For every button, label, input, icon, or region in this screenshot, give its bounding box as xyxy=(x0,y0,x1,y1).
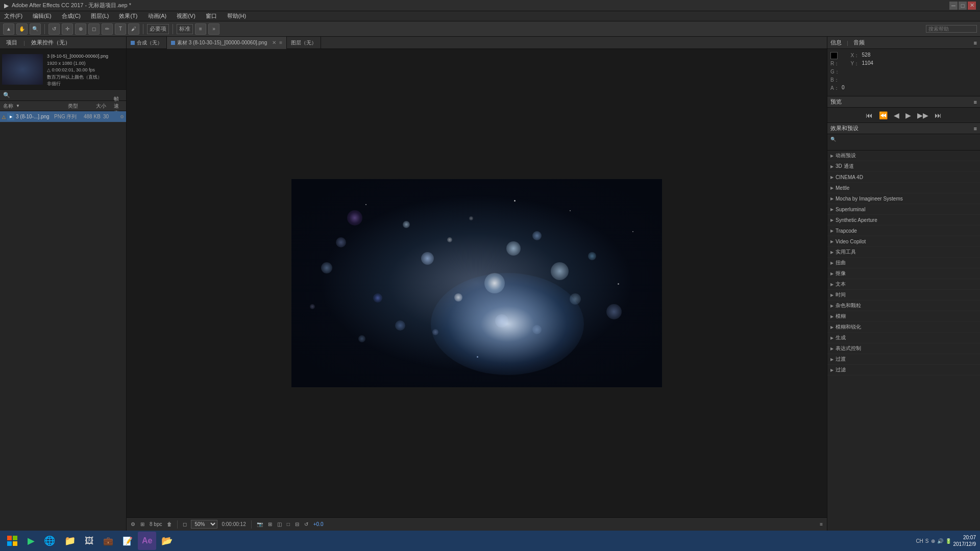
menu-edit[interactable]: 编辑(E) xyxy=(31,12,54,20)
audio-tab[interactable]: 音频 xyxy=(853,39,865,46)
tab-menu[interactable]: ≡ xyxy=(279,40,282,45)
start-button[interactable] xyxy=(2,532,22,550)
vc-snap[interactable]: ⊞ xyxy=(267,521,273,527)
effects-search-input[interactable] xyxy=(830,142,977,148)
info-tab[interactable]: 信息 xyxy=(830,39,842,46)
tab-project[interactable]: 项目 xyxy=(3,38,20,47)
taskbar-files[interactable]: 📁 xyxy=(60,532,80,550)
tab-layer[interactable]: 图层（无） xyxy=(287,37,321,49)
taskbar-explorer[interactable]: 📂 xyxy=(157,532,177,550)
tray-battery[interactable]: 🔋 xyxy=(945,538,951,544)
tray-network[interactable]: ⊕ xyxy=(931,538,935,544)
vc-plus[interactable]: +0.0 xyxy=(312,521,325,527)
minimize-button[interactable]: ─ xyxy=(949,2,958,10)
effect-group-header[interactable]: ▶ Mettle xyxy=(827,183,980,193)
tool-rotate[interactable]: ↺ xyxy=(48,23,60,35)
effects-menu[interactable]: ≡ xyxy=(974,126,977,132)
menu-layer[interactable]: 图层(L) xyxy=(89,12,111,20)
system-clock[interactable]: 20:07 2017/12/9 xyxy=(953,534,976,547)
vc-trash[interactable]: 🗑 xyxy=(166,521,173,527)
toolbar-menu[interactable]: ≡ xyxy=(195,23,206,35)
tray-sound[interactable]: 🔊 xyxy=(937,538,943,544)
vc-reset[interactable]: ↺ xyxy=(303,521,309,527)
effect-group-blur-sharpen: ▶ 模糊和锐化 xyxy=(827,322,980,333)
effects-tab[interactable]: 效果和预设 xyxy=(830,124,859,132)
taskbar-browser[interactable]: 🌐 xyxy=(40,532,59,550)
menu-comp[interactable]: 合成(C) xyxy=(60,12,83,20)
taskbar-chinese-input[interactable]: 💼 xyxy=(99,532,117,550)
effect-group-header[interactable]: ▶ CINEMA 4D xyxy=(827,172,980,182)
taskbar-media-player[interactable]: ▶ xyxy=(23,532,39,550)
effect-group-header[interactable]: ▶ 过渡 xyxy=(827,354,980,364)
prev-fwd-frame[interactable]: ▶▶ xyxy=(916,111,930,119)
tool-pen[interactable]: ✏ xyxy=(102,23,113,35)
tool-type[interactable]: T xyxy=(115,23,126,35)
tool-hand[interactable]: ✋ xyxy=(16,23,28,35)
effect-group-header[interactable]: ▶ 时间 xyxy=(827,290,980,300)
effect-group-header[interactable]: ▶ 过滤 xyxy=(827,365,980,375)
tool-select[interactable]: ▲ xyxy=(3,23,14,35)
close-button[interactable]: ✕ xyxy=(968,2,976,10)
effect-group-header[interactable]: ▶ 模糊和锐化 xyxy=(827,322,980,332)
prev-back[interactable]: ⏪ xyxy=(877,111,889,119)
tab-effects-controls[interactable]: 效果控件（无） xyxy=(28,38,74,47)
effect-group-header[interactable]: ▶ 模糊 xyxy=(827,311,980,321)
prev-back-frame[interactable]: ◀ xyxy=(892,111,901,119)
effect-group-header[interactable]: ▶ Trapcode xyxy=(827,226,980,236)
tray-input[interactable]: S xyxy=(925,538,929,544)
effect-group-header[interactable]: ▶ 实用工具 xyxy=(827,247,980,257)
vc-right-icon[interactable]: ≡ xyxy=(819,521,824,527)
effect-group-header[interactable]: ▶ 抠像 xyxy=(827,268,980,279)
tab-close[interactable]: ✕ xyxy=(272,40,276,45)
menu-view[interactable]: 视图(V) xyxy=(175,12,198,20)
color-display: R： G： B： A： 0 xyxy=(830,52,845,93)
tool-move[interactable]: ✛ xyxy=(62,23,73,35)
effect-group-header[interactable]: ▶ 生成 xyxy=(827,333,980,343)
tab-composition[interactable]: 合成（无） xyxy=(127,37,167,49)
info-menu[interactable]: ≡ xyxy=(974,40,977,46)
vc-overlay1[interactable]: ◫ xyxy=(276,521,283,527)
preview-menu[interactable]: ≡ xyxy=(974,99,977,105)
effect-group-header[interactable]: ▶ 文本 xyxy=(827,279,980,289)
effect-group-header[interactable]: ▶ 扭曲 xyxy=(827,258,980,268)
menu-file[interactable]: 文件(F) xyxy=(2,12,24,20)
tab-footage[interactable]: 素材 3 (8-10-30-15)_[00000-00060].png ✕ ≡ xyxy=(167,37,287,49)
vc-view-icon[interactable]: ◻ xyxy=(182,521,188,527)
vc-zoom-select[interactable]: 50% 100% 25% xyxy=(191,520,217,529)
taskbar-gallery[interactable]: 🖼 xyxy=(81,532,98,550)
project-search-input[interactable] xyxy=(12,92,123,98)
list-item[interactable]: △ ▶ 3 (8-10-...].png PNG 序列 488 KB 30 ⚙ xyxy=(0,111,126,122)
tool-zoom[interactable]: 🔍 xyxy=(30,23,41,35)
effect-group-header[interactable]: ▶ Video Copilot xyxy=(827,236,980,246)
prev-play[interactable]: ▶ xyxy=(904,111,913,119)
vc-8bpc[interactable]: 8 bpc xyxy=(149,521,163,527)
vc-settings[interactable]: ⚙ xyxy=(130,521,136,527)
toolbar-expand[interactable]: » xyxy=(208,23,219,35)
tool-brush[interactable]: 🖌 xyxy=(128,23,139,35)
menu-window[interactable]: 窗口 xyxy=(204,12,219,20)
effect-group-header[interactable]: ▶ 表达式控制 xyxy=(827,343,980,354)
tool-anchor[interactable]: ⊕ xyxy=(75,23,86,35)
prev-first[interactable]: ⏮ xyxy=(864,111,874,119)
tool-shape[interactable]: ◻ xyxy=(88,23,100,35)
vc-overlay3[interactable]: ⊟ xyxy=(294,521,300,527)
prev-last[interactable]: ⏭ xyxy=(933,111,943,119)
effect-group-header[interactable]: ▶ Mocha by Imagineer Systems xyxy=(827,193,980,204)
menu-animation[interactable]: 动画(A) xyxy=(146,12,169,20)
vc-camera[interactable]: 📷 xyxy=(256,521,264,527)
effect-group-header[interactable]: ▶ 杂色和颗粒 xyxy=(827,300,980,311)
vc-grid[interactable]: ⊞ xyxy=(139,521,145,527)
effect-group-header[interactable]: ▶ Superluminal xyxy=(827,204,980,214)
effect-group-header[interactable]: ▶ 动画预设 xyxy=(827,151,980,161)
vc-overlay2[interactable]: □ xyxy=(286,521,291,527)
effect-group-header[interactable]: ▶ 3D 通道 xyxy=(827,161,980,171)
preview-tab[interactable]: 预览 xyxy=(830,98,842,106)
search-help-input[interactable] xyxy=(926,25,977,33)
menu-effects[interactable]: 效果(T) xyxy=(117,12,139,20)
effect-group-header[interactable]: ▶ Synthetic Aperture xyxy=(827,215,980,225)
menu-help[interactable]: 帮助(H) xyxy=(225,12,248,20)
taskbar-notepad[interactable]: 📝 xyxy=(118,532,137,550)
taskbar-after-effects[interactable]: Ae xyxy=(138,532,156,550)
maximize-button[interactable]: □ xyxy=(959,2,967,10)
tray-ch[interactable]: CH xyxy=(916,538,923,544)
